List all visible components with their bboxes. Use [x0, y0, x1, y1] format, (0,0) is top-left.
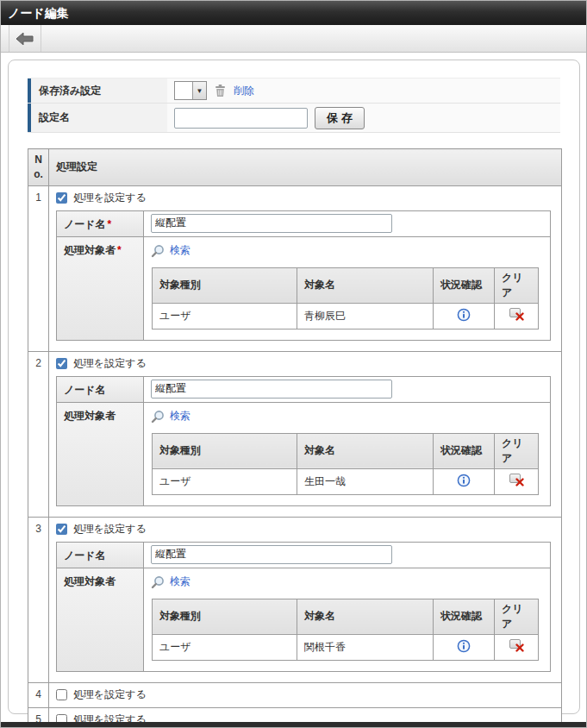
table-row: 1 処理を設定する ノード名* [28, 185, 562, 351]
clear-icon[interactable] [509, 639, 524, 652]
saved-settings-select[interactable]: ▼ [174, 81, 207, 100]
info-icon[interactable] [457, 308, 471, 322]
search-link-row3[interactable]: 検索 [170, 574, 190, 589]
toolbar [1, 25, 586, 53]
target-type: ユーザ [153, 468, 297, 494]
status-check-header: 状況確認 [434, 599, 495, 634]
table-row: 2 処理を設定する ノード名 [28, 351, 562, 517]
setting-name-input[interactable] [174, 108, 308, 129]
table-row: 3 処理を設定する ノード名 [28, 517, 562, 682]
enable-process-checkbox-row2[interactable]: 処理を設定する [56, 355, 554, 373]
table-header-row: No. 処理設定 [28, 149, 562, 186]
target-type-header: 対象種別 [153, 267, 297, 303]
target-result-table: 対象種別 対象名 状況確認 クリア ユーザ 関根千香 [152, 599, 539, 661]
process-settings-header: 処理設定 [49, 149, 562, 186]
checkbox-label: 処理を設定する [73, 191, 147, 205]
required-mark: * [108, 218, 112, 230]
process-settings-table: No. 処理設定 1 処理を設定する ノード名* [28, 148, 562, 728]
clear-header: クリア [495, 433, 539, 468]
status-check-header: 状況確認 [434, 433, 495, 468]
search-icon [151, 575, 165, 589]
search-link-row2[interactable]: 検索 [170, 409, 190, 424]
target-name: 生田一哉 [297, 468, 434, 494]
status-check-header: 状況確認 [434, 267, 495, 303]
node-name-input-row1[interactable] [151, 214, 392, 233]
target-name-header: 対象名 [297, 433, 434, 468]
delete-link[interactable]: 削除 [234, 84, 254, 98]
checkbox-icon[interactable] [56, 358, 67, 369]
target-type-header: 対象種別 [153, 599, 297, 634]
saved-settings-block: 保存済み設定 ▼ [28, 78, 560, 133]
required-mark: * [117, 244, 122, 256]
target-name: 青柳辰巳 [297, 303, 434, 329]
info-icon[interactable] [457, 639, 471, 653]
node-form: ノード名* 処理対象者* [56, 210, 551, 341]
search-icon [151, 244, 165, 258]
node-name-label: ノード名 [57, 543, 143, 568]
target-type-header: 対象種別 [153, 433, 297, 468]
checkbox-icon[interactable] [56, 524, 67, 535]
target-name: 関根千香 [297, 634, 434, 660]
target-name-header: 対象名 [297, 599, 434, 634]
row-number: 3 [28, 517, 49, 682]
setting-name-row: 設定名 保存 [28, 104, 560, 133]
target-type: ユーザ [153, 634, 297, 660]
clear-icon[interactable] [509, 308, 524, 321]
node-name-label: ノード名 [57, 377, 143, 402]
clear-header: クリア [495, 267, 539, 303]
trash-icon [214, 84, 227, 97]
clear-header: クリア [495, 599, 539, 634]
target-row: ユーザ 関根千香 [153, 634, 539, 660]
target-row: ユーザ 青柳辰巳 [153, 303, 539, 329]
node-form: ノード名 処理対象者 [56, 376, 551, 506]
target-name-header: 対象名 [297, 267, 434, 303]
search-icon [151, 410, 165, 424]
target-row: ユーザ 生田一哉 [153, 468, 539, 494]
saved-settings-row: 保存済み設定 ▼ [28, 78, 560, 104]
setting-name-label: 設定名 [28, 104, 167, 132]
window: ノード編集 保存済み設定 ▼ [0, 0, 587, 728]
checkbox-label: 処理を設定する [73, 687, 147, 702]
enable-process-checkbox-row4[interactable]: 処理を設定する [56, 687, 554, 704]
no-column-header: No. [28, 149, 49, 186]
bottom-bar [1, 722, 586, 727]
checkbox-label: 処理を設定する [73, 356, 147, 371]
target-result-table: 対象種別 対象名 状況確認 クリア ユーザ 生田一哉 [152, 433, 539, 495]
enable-process-checkbox-row3[interactable]: 処理を設定する [56, 521, 554, 538]
checkbox-icon[interactable] [56, 192, 67, 204]
target-label: 処理対象者 [57, 568, 143, 671]
saved-settings-label: 保存済み設定 [28, 78, 167, 103]
save-button[interactable]: 保存 [315, 107, 365, 129]
node-name-label: ノード名* [57, 211, 143, 236]
info-icon[interactable] [457, 474, 471, 487]
target-type: ユーザ [153, 303, 297, 329]
toolbar-spacer [1, 25, 9, 52]
clear-icon[interactable] [509, 474, 524, 486]
checkbox-label: 処理を設定する [73, 522, 147, 537]
back-button[interactable] [9, 25, 41, 52]
content-panel: 保存済み設定 ▼ [8, 60, 580, 714]
checkbox-icon[interactable] [56, 689, 67, 700]
target-label: 処理対象者 [57, 403, 143, 505]
target-result-table: 対象種別 対象名 状況確認 クリア ユーザ 青柳辰巳 [152, 267, 539, 329]
arrow-left-icon [16, 33, 34, 45]
table-row: 4 処理を設定する [28, 682, 562, 707]
chevron-down-icon[interactable]: ▼ [192, 82, 206, 99]
search-link-row1[interactable]: 検索 [170, 243, 190, 258]
node-name-input-row2[interactable] [151, 380, 392, 399]
row-number: 1 [28, 185, 49, 351]
enable-process-checkbox-row1[interactable]: 処理を設定する [56, 190, 554, 207]
node-form: ノード名 処理対象者 [56, 542, 551, 672]
row-number: 4 [28, 682, 49, 707]
page-title: ノード編集 [1, 1, 586, 25]
row-number: 2 [28, 351, 49, 517]
target-label: 処理対象者* [57, 237, 143, 340]
saved-settings-select-value [175, 82, 192, 99]
node-name-input-row3[interactable] [151, 545, 392, 564]
